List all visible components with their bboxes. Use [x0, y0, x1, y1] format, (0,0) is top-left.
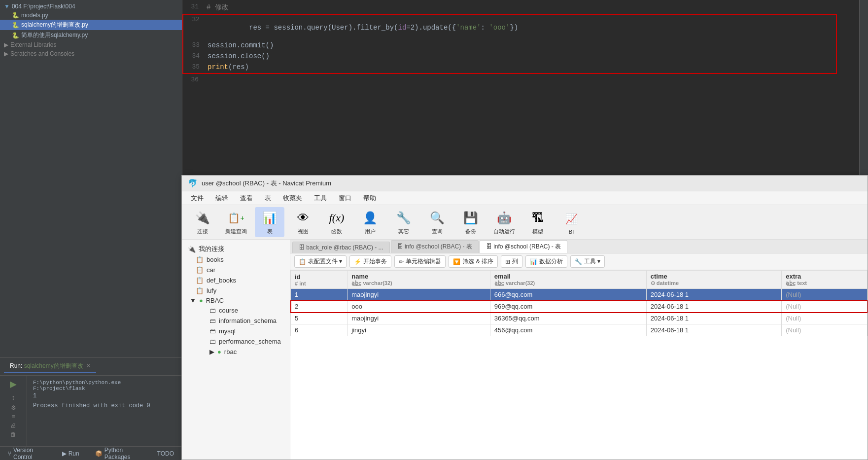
tree-books[interactable]: 📋 books — [182, 254, 290, 265]
tool-new-query[interactable]: 📋+ 新建查询 — [221, 207, 251, 237]
perf-schema-icon: 🗃 — [209, 338, 216, 345]
tree-file-sqlalchemy-crud[interactable]: 🐍 sqlalchemy的增删查改.py — [0, 20, 182, 30]
menu-view[interactable]: 查看 — [235, 193, 258, 204]
menu-file[interactable]: 文件 — [186, 193, 208, 204]
tool-user[interactable]: 👤 用户 — [355, 207, 385, 237]
btn-table-config[interactable]: 📋 表配置文件 ▾ — [294, 255, 347, 268]
print-button[interactable]: 🖨 — [10, 422, 16, 429]
tool-other[interactable]: 🔧 其它 — [389, 207, 418, 237]
def-books-label: def_books — [207, 277, 236, 284]
scroll-up-button[interactable]: ⚙ — [11, 404, 16, 411]
menu-tools[interactable]: 工具 — [309, 193, 332, 204]
menu-edit[interactable]: 编辑 — [210, 193, 233, 204]
tree-my-connections[interactable]: 🔌 我的连接 — [182, 244, 290, 254]
cell-email: 666@qq.com — [490, 289, 646, 301]
tab-version-control[interactable]: ⑂ Version Control — [4, 447, 50, 460]
connect-icon: 🔌 — [194, 209, 211, 227]
run-tab[interactable]: Run: sqlalchemy的增删查改 × — [4, 360, 96, 373]
perf-schema-label: performance_schema — [219, 338, 281, 345]
folder-icon: ▶ — [4, 41, 8, 48]
tree-item-label: 004 F:\project\Flask\004 — [12, 3, 75, 10]
rbac-children: 🗃 course 🗃 information_schema 🗃 mysql 🗃 … — [182, 305, 290, 357]
books-label: books — [207, 256, 224, 263]
btn-cell-editor[interactable]: ✏ 单元格编辑器 — [394, 255, 446, 268]
clear-button[interactable]: 🗑 — [10, 431, 16, 438]
tree-file-sqlalchemy-simple[interactable]: 🐍 简单的使用sqlalchemy.py — [0, 30, 182, 40]
menu-table[interactable]: 表 — [260, 193, 276, 204]
cell-name: maojingyi — [347, 313, 490, 324]
scroll-down-button[interactable]: ≡ — [11, 413, 15, 420]
tool-view[interactable]: 👁 视图 — [288, 207, 318, 237]
btn-tools[interactable]: 🔧 工具 ▾ — [570, 255, 605, 268]
tool-model[interactable]: 🏗 模型 — [523, 207, 553, 237]
tree-performance-schema[interactable]: 🗃 performance_schema — [190, 336, 290, 347]
tree-folder-004[interactable]: ▼ 004 F:\project\Flask\004 — [0, 2, 182, 11]
tree-lufy[interactable]: 📋 lufy — [182, 285, 290, 296]
run-content: ▶ ↕ ⚙ ≡ 🖨 🗑 F:\python\python\python.exe … — [0, 376, 182, 446]
menu-help[interactable]: 帮助 — [358, 193, 381, 204]
navicat-table-container[interactable]: id # int name a͟b͟c varchar(32) email a͟… — [290, 270, 868, 460]
tab-python-packages[interactable]: 📦 Python Packages — [91, 447, 145, 460]
data-table: id # int name a͟b͟c varchar(32) email a͟… — [290, 270, 868, 336]
bi-icon: 📈 — [562, 210, 580, 228]
navicat-tabs: 🗄 back_role @rbac (RBAC) - ... 🗄 info @s… — [290, 240, 868, 253]
btn-data-analysis[interactable]: 📊 数据分析 — [525, 255, 567, 268]
tree-rbac-db[interactable]: ▶ ● rbac — [190, 347, 290, 357]
table-row[interactable]: 2 ooo 969@qq.com 2024-06-18 1 (Null) — [291, 301, 868, 313]
filter-icon: 🔽 — [453, 258, 460, 265]
course-icon: 🗃 — [209, 307, 216, 314]
tree-course[interactable]: 🗃 course — [190, 305, 290, 316]
function-icon: f(x) — [328, 209, 346, 227]
autorun-label: 自动运行 — [493, 228, 515, 235]
navicat-toolbar2: 📋 表配置文件 ▾ ⚡ 开始事务 ✏ 单元格编辑器 🔽 筛选 & 排序 — [290, 253, 868, 270]
tree-scratches[interactable]: ▶ Scratches and Consoles — [0, 49, 182, 58]
tool-table[interactable]: 📊 表 — [255, 207, 284, 237]
navicat-titlebar: 🐬 user @school (RBAC) - 表 - Navicat Prem… — [182, 176, 868, 191]
tool-bi[interactable]: 📈 BI — [556, 208, 586, 237]
cell-email: 969@qq.com — [490, 301, 646, 313]
tree-item-label: 简单的使用sqlalchemy.py — [21, 31, 88, 39]
play-button[interactable]: ▶ — [9, 378, 18, 390]
bi-label: BI — [569, 229, 574, 235]
other-label: 其它 — [398, 228, 409, 235]
tree-car[interactable]: 📋 car — [182, 265, 290, 275]
tool-function[interactable]: f(x) 函数 — [322, 207, 351, 237]
table-config-icon: 📋 — [299, 258, 306, 265]
columns-icon: ⊞ — [505, 258, 510, 265]
table-row[interactable]: 5 maojingyi 36365@qq.com 2024-06-18 1 (N… — [291, 313, 868, 324]
tab-info-school-2[interactable]: 🗄 info @school (RBAC) - 表 — [480, 240, 567, 253]
user-icon: 👤 — [361, 209, 379, 227]
stop-button[interactable]: ↕ — [11, 392, 16, 402]
table-row[interactable]: 1 maojingyi 666@qq.com 2024-06-18 1 (Nul… — [291, 289, 868, 301]
tree-file-models[interactable]: 🐍 models.py — [0, 11, 182, 20]
connections-icon: 🔌 — [188, 246, 196, 253]
tree-information-schema[interactable]: 🗃 information_schema — [190, 316, 290, 326]
table-row[interactable]: 6 jingyi 456@qq.com 2024-06-18 1 (Null) — [291, 324, 868, 336]
tree-rbac-group[interactable]: ▼ ● RBAC — [182, 296, 290, 305]
tool-backup[interactable]: 💾 备份 — [456, 207, 486, 237]
btn-columns[interactable]: ⊞ 列 — [501, 255, 522, 268]
btn-start-transaction[interactable]: ⚡ 开始事务 — [349, 255, 391, 268]
tab-todo[interactable]: TODO — [153, 447, 178, 460]
run-label: Run: — [10, 362, 24, 369]
tree-mysql[interactable]: 🗃 mysql — [190, 326, 290, 336]
menu-favorites[interactable]: 收藏夹 — [278, 193, 307, 204]
tool-connect[interactable]: 🔌 连接 — [188, 207, 217, 237]
tree-def-books[interactable]: 📋 def_books — [182, 275, 290, 285]
analysis-icon: 📊 — [530, 258, 537, 265]
tab-run[interactable]: ▶ Run — [58, 447, 83, 460]
def-books-icon: 📋 — [196, 277, 204, 284]
rbac-db-expand-icon: ▶ — [209, 348, 214, 355]
pkg-icon: 📦 — [95, 450, 103, 457]
tool-autorun[interactable]: 🤖 自动运行 — [489, 207, 519, 237]
run-sidebar: ▶ ↕ ⚙ ≡ 🖨 🗑 — [0, 376, 27, 446]
backup-label: 备份 — [465, 228, 476, 235]
tab-back-role[interactable]: 🗄 back_role @rbac (RBAC) - ... — [292, 242, 390, 253]
tab-info-school-1[interactable]: 🗄 info @school (RBAC) - 表 — [391, 240, 479, 253]
run-header: Run: sqlalchemy的增删查改 × — [0, 358, 182, 376]
btn-filter-sort[interactable]: 🔽 筛选 & 排序 — [449, 255, 498, 268]
tree-external-libs[interactable]: ▶ External Libraries — [0, 40, 182, 49]
rbac-dot-icon: ● — [199, 297, 203, 304]
tool-query[interactable]: 🔍 查询 — [422, 207, 452, 237]
menu-window[interactable]: 窗口 — [334, 193, 356, 204]
